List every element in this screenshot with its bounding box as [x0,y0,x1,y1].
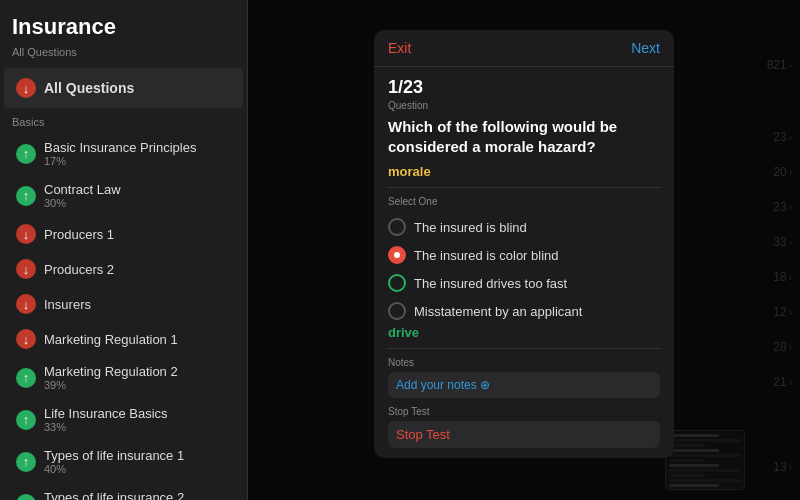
exit-button[interactable]: Exit [388,40,411,56]
sidebar-item-name-8: Types of life insurance 1 [44,448,231,463]
modal-body: 1/23 Question Which of the following wou… [374,67,674,458]
all-questions-icon: ↓ [16,78,36,98]
sidebar-icon-7: ↑ [16,410,36,430]
divider-2 [388,348,660,349]
question-label: Question [388,100,660,111]
sidebar-item-4[interactable]: ↓ Insurers [4,287,243,321]
app-title: Insurance [0,0,247,44]
sidebar-item-name-5: Marketing Regulation 1 [44,332,231,347]
keyword-green: drive [388,325,660,340]
keyword-yellow: morale [388,164,660,179]
option-radio-2 [388,274,406,292]
modal-header: Exit Next [374,30,674,67]
option-row-1[interactable]: The insured is color blind [388,241,660,269]
question-modal: Exit Next 1/23 Question Which of the fol… [374,30,674,458]
sidebar-item-name-1: Contract Law [44,182,231,197]
sidebar-item-name-4: Insurers [44,297,231,312]
sidebar-item-7[interactable]: ↑ Life Insurance Basics 33% [4,399,243,440]
option-text-0: The insured is blind [414,220,527,235]
stop-test-label: Stop Test [388,406,660,417]
sidebar-icon-1: ↑ [16,186,36,206]
sidebar-item-name-7: Life Insurance Basics [44,406,231,421]
modal-overlay: Exit Next 1/23 Question Which of the fol… [248,0,800,500]
sidebar-item-9[interactable]: ↑ Types of life insurance 2 33% [4,483,243,500]
sidebar-item-name-6: Marketing Regulation 2 [44,364,231,379]
notes-placeholder: Add your notes ⊕ [396,378,490,392]
basics-section-label: Basics [0,110,247,132]
notes-input[interactable]: Add your notes ⊕ [388,372,660,398]
sidebar-item-all-questions[interactable]: ↓ All Questions [4,68,243,108]
option-radio-1 [388,246,406,264]
sidebar-item-8[interactable]: ↑ Types of life insurance 1 40% [4,441,243,482]
sidebar-icon-6: ↑ [16,368,36,388]
main-area: 821›23›20›23›33›18›12›28›21›13› Exit Nex… [248,0,800,500]
sidebar-item-pct-8: 40% [44,463,231,475]
option-text-3: Misstatement by an applicant [414,304,582,319]
sidebar-item-2[interactable]: ↓ Producers 1 [4,217,243,251]
sidebar-item-name-0: Basic Insurance Principles [44,140,231,155]
option-text-2: The insured drives too fast [414,276,567,291]
stop-test-button[interactable]: Stop Test [388,421,660,448]
sidebar-item-0[interactable]: ↑ Basic Insurance Principles 17% [4,133,243,174]
divider-1 [388,187,660,188]
sidebar: Insurance All Questions ↓ All Questions … [0,0,248,500]
all-questions-section-label: All Questions [0,44,247,66]
sidebar-item-name-2: Producers 1 [44,227,231,242]
sidebar-icon-3: ↓ [16,259,36,279]
sidebar-item-6[interactable]: ↑ Marketing Regulation 2 39% [4,357,243,398]
sidebar-item-pct-6: 39% [44,379,231,391]
sidebar-icon-2: ↓ [16,224,36,244]
option-radio-3 [388,302,406,320]
select-one-label: Select One [388,196,660,207]
progress-indicator: 1/23 [388,77,660,98]
option-row-0[interactable]: The insured is blind [388,213,660,241]
sidebar-item-pct-0: 17% [44,155,231,167]
sidebar-icon-0: ↑ [16,144,36,164]
sidebar-item-pct-7: 33% [44,421,231,433]
sidebar-icon-5: ↓ [16,329,36,349]
option-text-1: The insured is color blind [414,248,559,263]
sidebar-icon-4: ↓ [16,294,36,314]
sidebar-item-5[interactable]: ↓ Marketing Regulation 1 [4,322,243,356]
sidebar-icon-9: ↑ [16,494,36,501]
all-questions-label: All Questions [44,80,134,96]
sidebar-icon-8: ↑ [16,452,36,472]
question-text: Which of the following would be consider… [388,117,660,156]
option-row-3[interactable]: Misstatement by an applicant [388,297,660,325]
option-radio-0 [388,218,406,236]
notes-label: Notes [388,357,660,368]
option-row-2[interactable]: The insured drives too fast [388,269,660,297]
next-button[interactable]: Next [631,40,660,56]
sidebar-item-name-9: Types of life insurance 2 [44,490,231,500]
sidebar-item-1[interactable]: ↑ Contract Law 30% [4,175,243,216]
sidebar-item-pct-1: 30% [44,197,231,209]
sidebar-item-name-3: Producers 2 [44,262,231,277]
sidebar-item-3[interactable]: ↓ Producers 2 [4,252,243,286]
